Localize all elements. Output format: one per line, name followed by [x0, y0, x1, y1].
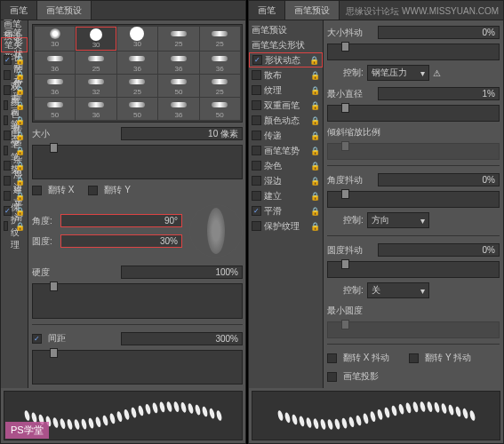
brush-thumb-7[interactable]: 36 [117, 52, 157, 74]
brush-thumb-16[interactable]: 36 [76, 98, 116, 120]
flip-x-jitter-label: 翻转 X 抖动 [343, 352, 389, 364]
checkbox-icon[interactable] [252, 221, 261, 231]
hardness-input[interactable] [121, 266, 243, 279]
brush-proj-cb[interactable] [327, 372, 337, 382]
brush-thumb-4[interactable]: 25 [200, 27, 240, 51]
brush-thumb-5[interactable]: 36 [35, 52, 75, 74]
sidebar-item-4[interactable]: 纹理🔒 [249, 83, 323, 98]
control3-select[interactable]: 关▾ [367, 282, 429, 298]
spacing-input[interactable] [121, 332, 243, 345]
checkbox-icon[interactable] [252, 146, 261, 155]
checkbox-icon[interactable]: ✓ [252, 55, 262, 65]
size-jitter-slider[interactable] [327, 44, 500, 60]
checkbox-icon[interactable]: ✓ [252, 206, 261, 216]
tab-preset[interactable]: 画笔预设 [37, 1, 92, 20]
checkbox-icon[interactable] [252, 100, 261, 110]
checkbox-icon[interactable] [4, 161, 11, 170]
brush-thumb-19[interactable]: 50 [200, 98, 240, 120]
angle-jitter-slider[interactable] [327, 191, 500, 208]
angle-wheel[interactable] [189, 204, 243, 258]
brush-thumb-10[interactable]: 36 [35, 75, 75, 97]
min-dia-slider[interactable] [327, 105, 500, 122]
brush-thumb-15[interactable]: 50 [35, 98, 75, 120]
brush-thumbnails[interactable]: 3030302525362536363636322550255036503650 [32, 24, 243, 123]
brush-thumb-0[interactable]: 30 [35, 27, 75, 51]
brush-thumb-17[interactable]: 50 [117, 98, 157, 120]
checkbox-icon[interactable] [252, 161, 261, 170]
angle-input[interactable] [60, 214, 182, 227]
brush-thumb-2[interactable]: 30 [117, 27, 157, 51]
watermark-url: 思缘设计论坛 WWW.MISSYUAN.COM [346, 5, 499, 18]
flip-y-jitter-cb[interactable] [409, 353, 419, 363]
sidebar-item-13[interactable]: 保护纹理🔒 [249, 218, 323, 234]
hardness-slider[interactable] [32, 283, 243, 318]
checkbox-icon[interactable] [252, 191, 261, 201]
spacing-slider[interactable] [32, 350, 243, 385]
brush-thumb-18[interactable]: 36 [158, 98, 198, 120]
flip-x-jitter-cb[interactable] [327, 353, 337, 363]
angle-jitter-input[interactable] [378, 173, 500, 186]
sidebar-item-5[interactable]: 双重画笔🔒 [249, 98, 323, 113]
sidebar-item-label: 杂色 [264, 160, 282, 172]
checkbox-icon[interactable]: ✓ [4, 55, 12, 65]
tab-preset-r[interactable]: 画笔预设 [285, 1, 340, 20]
checkbox-icon[interactable] [4, 70, 11, 80]
sidebar-item-2[interactable]: ✓形状动态🔒 [249, 52, 323, 67]
sidebar-item-1[interactable]: 画笔笔尖形状 [249, 37, 323, 52]
brush-proj-label: 画笔投影 [343, 370, 379, 383]
warning-icon: ⚠ [433, 68, 441, 78]
brush-panel-right: 画笔 画笔预设 画笔预设画笔笔尖形状✓形状动态🔒散布🔒纹理🔒双重画笔🔒颜色动态🔒… [248, 0, 504, 444]
sidebar-item-label: 颜色动态 [264, 115, 300, 127]
lock-icon: 🔒 [310, 222, 320, 231]
brush-thumb-14[interactable]: 25 [200, 75, 240, 97]
checkbox-icon[interactable] [4, 191, 11, 201]
sidebar-item-12[interactable]: ✓平滑🔒 [249, 203, 323, 218]
sidebar-item-11[interactable]: 建立🔒 [249, 188, 323, 203]
spacing-checkbox[interactable]: ✓ [32, 334, 42, 344]
brush-thumb-9[interactable]: 36 [200, 52, 240, 74]
control2-select[interactable]: 方向▾ [367, 212, 429, 228]
size-slider[interactable] [32, 145, 243, 179]
control1-select[interactable]: 钢笔压力▾ [367, 65, 429, 81]
checkbox-icon[interactable] [4, 85, 11, 95]
min-dia-label: 最小直径 [327, 88, 363, 100]
tab-brush-r[interactable]: 画笔 [249, 1, 285, 20]
min-dia-input[interactable] [378, 87, 500, 100]
sidebar-item-6[interactable]: 颜色动态🔒 [249, 113, 323, 128]
round-jitter-slider[interactable] [327, 261, 500, 278]
sidebar-item-0[interactable]: 画笔预设 [249, 22, 323, 37]
checkbox-icon[interactable] [4, 146, 8, 155]
checkbox-icon[interactable] [4, 100, 8, 110]
checkbox-icon[interactable] [252, 115, 261, 125]
checkbox-icon[interactable] [4, 176, 11, 186]
brush-thumb-3[interactable]: 25 [158, 27, 198, 51]
checkbox-icon[interactable] [252, 70, 261, 80]
round-jitter-input[interactable] [378, 243, 500, 257]
flip-x-checkbox[interactable] [32, 186, 42, 195]
size-input[interactable] [121, 127, 243, 140]
lock-icon: 🔒 [310, 177, 320, 186]
sidebar-item-3[interactable]: 散布🔒 [249, 67, 323, 83]
sidebar-item-label: 双重画笔 [264, 99, 300, 112]
size-jitter-input[interactable] [378, 26, 500, 39]
brush-thumb-8[interactable]: 36 [158, 52, 198, 74]
checkbox-icon[interactable] [252, 131, 261, 140]
stroke-preview-right [252, 391, 500, 440]
sidebar-item-8[interactable]: 画笔笔势🔒 [249, 143, 323, 158]
checkbox-icon[interactable] [4, 131, 11, 140]
brush-thumb-13[interactable]: 50 [158, 75, 198, 97]
flip-y-checkbox[interactable] [88, 186, 98, 195]
brush-thumb-6[interactable]: 25 [76, 52, 116, 74]
brush-thumb-11[interactable]: 32 [76, 75, 116, 97]
sidebar-item-10[interactable]: 湿边🔒 [249, 173, 323, 188]
checkbox-icon[interactable] [252, 85, 261, 95]
checkbox-icon[interactable] [4, 221, 8, 231]
sidebar-item-7[interactable]: 传递🔒 [249, 128, 323, 143]
brush-thumb-12[interactable]: 25 [117, 75, 157, 97]
sidebar-item-13[interactable]: 保护纹理🔒 [1, 218, 28, 234]
roundness-input[interactable] [60, 234, 182, 248]
brush-thumb-1[interactable]: 30 [76, 27, 116, 51]
sidebar-item-9[interactable]: 杂色🔒 [249, 158, 323, 173]
checkbox-icon[interactable] [4, 115, 8, 125]
checkbox-icon[interactable] [252, 176, 261, 186]
